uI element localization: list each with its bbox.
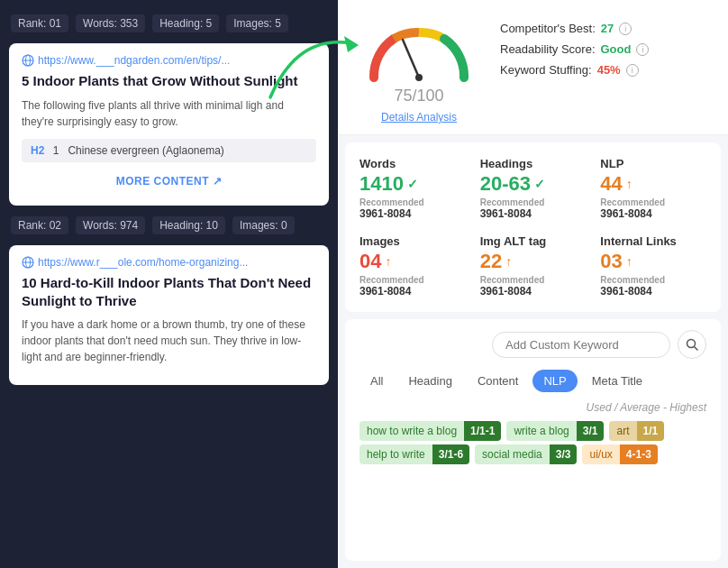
- result-card-2: https://www.r___ole.com/home-organizing.…: [9, 245, 329, 385]
- competitor-label: Competitor's Best:: [500, 22, 596, 35]
- img-alt-recommended-value: 3961-8084: [480, 285, 587, 298]
- keyword-stuffing-stat: Keyword Stuffing: 45% i: [500, 63, 710, 77]
- keyword-tags-row2: help to write 3/1-6 social media 3/3 ui/…: [359, 444, 706, 464]
- rank-bar-2: Rank: 02 Words: 974 Heading: 10 Images: …: [0, 211, 338, 240]
- result-title-1: 5 Indoor Plants that Grow Without Sunlig…: [22, 72, 316, 90]
- gauge-section: 75/100 Details Analysis Competitor's Bes…: [338, 0, 728, 135]
- nlp-recommended-value: 3961-8084: [600, 207, 706, 220]
- rank-bar-1: Rank: 01 Words: 353 Heading: 5 Images: 5: [0, 9, 338, 38]
- kw-count: 3/1-6: [432, 444, 469, 464]
- internal-links-recommended-value: 3961-8084: [600, 285, 706, 298]
- globe-icon-1: [22, 54, 34, 67]
- kw-text: art: [609, 421, 636, 441]
- metric-headings: Headings 20-63 ✓ Recommended 3961-8084: [480, 157, 587, 220]
- keyword-stuffing-label: Keyword Stuffing:: [500, 63, 592, 77]
- more-content-button[interactable]: MORE CONTENT ↗: [22, 171, 316, 191]
- kw-count: 3/3: [550, 444, 578, 464]
- metrics-section: Words 1410 ✓ Recommended 3961-8084 Headi…: [345, 142, 721, 312]
- keyword-stuffing-info-icon[interactable]: i: [626, 64, 639, 77]
- heading-1: Heading: 5: [152, 14, 219, 32]
- metric-img-alt: Img ALT tag 22 ↑ Recommended 3961-8084: [480, 234, 587, 298]
- used-avg-label: Used / Average - Highest: [359, 401, 706, 414]
- readability-stat: Readability Score: Good i: [500, 42, 710, 56]
- kw-tag-ui-ux[interactable]: ui/ux 4-1-3: [582, 444, 657, 464]
- search-icon: [686, 338, 698, 351]
- img-alt-recommended-label: Recommended: [480, 275, 587, 285]
- competitor-value: 27: [601, 22, 614, 35]
- h2-num: 1: [53, 144, 59, 157]
- result-card-1: https://www.___ndgarden.com/en/tips/... …: [9, 43, 329, 206]
- headings-recommended-label: Recommended: [480, 197, 587, 207]
- tab-content[interactable]: Content: [467, 370, 530, 392]
- internal-links-label: Internal Links: [600, 234, 706, 248]
- nlp-recommended-label: Recommended: [600, 197, 706, 207]
- tab-heading[interactable]: Heading: [397, 370, 462, 392]
- result-title-2: 10 Hard-to-Kill Indoor Plants That Don't…: [22, 274, 316, 309]
- img-alt-value: 22 ↑: [480, 250, 587, 273]
- words-2: Words: 974: [76, 216, 145, 234]
- kw-count: 1/1: [637, 421, 665, 441]
- words-1: Words: 353: [76, 14, 145, 32]
- internal-links-value: 03 ↑: [600, 250, 706, 273]
- kw-count: 3/1: [577, 421, 605, 441]
- keyword-stuffing-value: 45%: [597, 63, 621, 77]
- left-panel: Rank: 01 Words: 353 Heading: 5 Images: 5…: [0, 0, 338, 568]
- tab-meta-title[interactable]: Meta Title: [581, 370, 653, 392]
- heading-2: Heading: 10: [152, 216, 225, 234]
- result-url-1[interactable]: https://www.___ndgarden.com/en/tips/...: [22, 54, 316, 67]
- rank-1: Rank: 01: [11, 14, 68, 32]
- headings-recommended-value: 3961-8084: [480, 207, 587, 220]
- keyword-section: All Heading Content NLP Meta Title Used …: [345, 319, 721, 561]
- words-recommended-label: Recommended: [359, 197, 466, 207]
- details-analysis-link[interactable]: Details Analysis: [381, 111, 457, 124]
- readability-label: Readability Score:: [500, 42, 596, 56]
- gauge-container: 75/100 Details Analysis: [356, 14, 482, 124]
- nlp-label: NLP: [600, 157, 706, 170]
- rank-2: Rank: 02: [11, 216, 68, 234]
- tab-all[interactable]: All: [359, 370, 394, 392]
- globe-icon-2: [22, 256, 34, 269]
- keyword-header: [359, 330, 706, 359]
- kw-count: 4-1-3: [620, 444, 658, 464]
- keyword-tags: how to write a blog 1/1-1 write a blog 3…: [359, 421, 706, 441]
- words-recommended-value: 3961-8084: [359, 207, 466, 220]
- metric-images: Images 04 ↑ Recommended 3961-8084: [359, 234, 466, 298]
- kw-text: help to write: [359, 444, 432, 464]
- metric-internal-links: Internal Links 03 ↑ Recommended 3961-808…: [600, 234, 706, 298]
- h2-tag-1: H2 1 Chinese evergreen (Aglaonema): [22, 139, 316, 162]
- competitor-stat: Competitor's Best: 27 i: [500, 22, 710, 35]
- gauge-score: 75/100: [394, 79, 443, 107]
- gauge-stats: Competitor's Best: 27 i Readability Scor…: [500, 14, 710, 84]
- gauge-chart: [356, 14, 482, 87]
- kw-tag-how-to-write[interactable]: how to write a blog 1/1-1: [359, 421, 501, 441]
- images-recommended-value: 3961-8084: [359, 285, 466, 298]
- headings-check-icon: ✓: [534, 177, 545, 191]
- images-recommended-label: Recommended: [359, 275, 466, 285]
- nlp-arrow-icon: ↑: [626, 177, 632, 191]
- readability-info-icon[interactable]: i: [636, 43, 649, 56]
- result-url-2[interactable]: https://www.r___ole.com/home-organizing.…: [22, 256, 316, 269]
- tab-nlp[interactable]: NLP: [532, 370, 577, 392]
- img-alt-arrow-icon: ↑: [505, 254, 512, 269]
- readability-value: Good: [601, 42, 632, 56]
- images-1: Images: 5: [226, 14, 288, 32]
- images-2: Images: 0: [232, 216, 295, 234]
- right-panel: 75/100 Details Analysis Competitor's Bes…: [338, 0, 728, 568]
- add-keyword-input[interactable]: [492, 332, 670, 358]
- images-arrow-icon: ↑: [385, 254, 391, 269]
- search-button[interactable]: [678, 330, 706, 359]
- metric-nlp: NLP 44 ↑ Recommended 3961-8084: [600, 157, 706, 220]
- h2-label: H2: [31, 144, 44, 157]
- nlp-value: 44 ↑: [600, 172, 706, 196]
- kw-text: social media: [475, 444, 550, 464]
- kw-tag-social-media[interactable]: social media 3/3: [475, 444, 577, 464]
- internal-links-arrow-icon: ↑: [626, 254, 632, 269]
- kw-tag-art[interactable]: art 1/1: [609, 421, 664, 441]
- words-label: Words: [359, 157, 466, 170]
- kw-tag-help-to-write[interactable]: help to write 3/1-6: [359, 444, 469, 464]
- metric-words: Words 1410 ✓ Recommended 3961-8084: [359, 157, 466, 220]
- competitor-info-icon[interactable]: i: [619, 23, 632, 35]
- kw-tag-write-a-blog[interactable]: write a blog 3/1: [506, 421, 604, 441]
- svg-line-7: [403, 40, 419, 78]
- words-value: 1410 ✓: [359, 172, 466, 196]
